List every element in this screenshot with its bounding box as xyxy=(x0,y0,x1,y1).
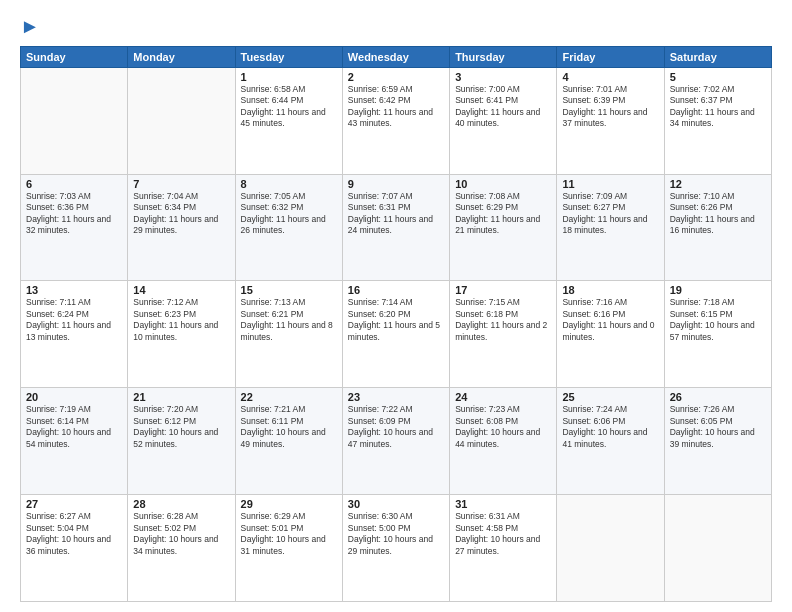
calendar-cell: 30Sunrise: 6:30 AM Sunset: 5:00 PM Dayli… xyxy=(342,495,449,602)
day-info: Sunrise: 7:20 AM Sunset: 6:12 PM Dayligh… xyxy=(133,404,229,450)
day-info: Sunrise: 7:13 AM Sunset: 6:21 PM Dayligh… xyxy=(241,297,337,343)
day-info: Sunrise: 7:26 AM Sunset: 6:05 PM Dayligh… xyxy=(670,404,766,450)
day-info: Sunrise: 7:09 AM Sunset: 6:27 PM Dayligh… xyxy=(562,191,658,237)
weekday-header-sunday: Sunday xyxy=(21,46,128,67)
day-info: Sunrise: 6:31 AM Sunset: 4:58 PM Dayligh… xyxy=(455,511,551,557)
weekday-header-saturday: Saturday xyxy=(664,46,771,67)
day-info: Sunrise: 7:01 AM Sunset: 6:39 PM Dayligh… xyxy=(562,84,658,130)
day-info: Sunrise: 7:23 AM Sunset: 6:08 PM Dayligh… xyxy=(455,404,551,450)
day-number: 19 xyxy=(670,284,766,296)
day-info: Sunrise: 7:24 AM Sunset: 6:06 PM Dayligh… xyxy=(562,404,658,450)
calendar-table: SundayMondayTuesdayWednesdayThursdayFrid… xyxy=(20,46,772,602)
calendar-week-3: 13Sunrise: 7:11 AM Sunset: 6:24 PM Dayli… xyxy=(21,281,772,388)
day-info: Sunrise: 7:15 AM Sunset: 6:18 PM Dayligh… xyxy=(455,297,551,343)
calendar-cell: 11Sunrise: 7:09 AM Sunset: 6:27 PM Dayli… xyxy=(557,174,664,281)
day-info: Sunrise: 6:59 AM Sunset: 6:42 PM Dayligh… xyxy=(348,84,444,130)
day-info: Sunrise: 7:05 AM Sunset: 6:32 PM Dayligh… xyxy=(241,191,337,237)
logo-icon: ► xyxy=(20,15,40,37)
day-info: Sunrise: 7:18 AM Sunset: 6:15 PM Dayligh… xyxy=(670,297,766,343)
day-info: Sunrise: 7:22 AM Sunset: 6:09 PM Dayligh… xyxy=(348,404,444,450)
day-number: 20 xyxy=(26,391,122,403)
page: ► SundayMondayTuesdayWednesdayThursdayFr… xyxy=(0,0,792,612)
day-number: 11 xyxy=(562,178,658,190)
calendar-cell: 3Sunrise: 7:00 AM Sunset: 6:41 PM Daylig… xyxy=(450,67,557,174)
calendar-cell: 18Sunrise: 7:16 AM Sunset: 6:16 PM Dayli… xyxy=(557,281,664,388)
day-number: 8 xyxy=(241,178,337,190)
calendar-cell: 17Sunrise: 7:15 AM Sunset: 6:18 PM Dayli… xyxy=(450,281,557,388)
day-number: 10 xyxy=(455,178,551,190)
calendar-cell: 2Sunrise: 6:59 AM Sunset: 6:42 PM Daylig… xyxy=(342,67,449,174)
header: ► xyxy=(20,15,772,38)
calendar-cell xyxy=(21,67,128,174)
day-number: 22 xyxy=(241,391,337,403)
day-number: 5 xyxy=(670,71,766,83)
weekday-header-thursday: Thursday xyxy=(450,46,557,67)
day-number: 23 xyxy=(348,391,444,403)
day-number: 9 xyxy=(348,178,444,190)
weekday-header-tuesday: Tuesday xyxy=(235,46,342,67)
calendar-week-1: 1Sunrise: 6:58 AM Sunset: 6:44 PM Daylig… xyxy=(21,67,772,174)
day-number: 30 xyxy=(348,498,444,510)
weekday-header-row: SundayMondayTuesdayWednesdayThursdayFrid… xyxy=(21,46,772,67)
day-info: Sunrise: 7:03 AM Sunset: 6:36 PM Dayligh… xyxy=(26,191,122,237)
calendar-cell: 8Sunrise: 7:05 AM Sunset: 6:32 PM Daylig… xyxy=(235,174,342,281)
calendar-cell: 15Sunrise: 7:13 AM Sunset: 6:21 PM Dayli… xyxy=(235,281,342,388)
calendar-cell: 23Sunrise: 7:22 AM Sunset: 6:09 PM Dayli… xyxy=(342,388,449,495)
day-number: 4 xyxy=(562,71,658,83)
weekday-header-friday: Friday xyxy=(557,46,664,67)
calendar-cell: 13Sunrise: 7:11 AM Sunset: 6:24 PM Dayli… xyxy=(21,281,128,388)
day-info: Sunrise: 7:19 AM Sunset: 6:14 PM Dayligh… xyxy=(26,404,122,450)
day-info: Sunrise: 7:04 AM Sunset: 6:34 PM Dayligh… xyxy=(133,191,229,237)
day-number: 27 xyxy=(26,498,122,510)
day-number: 3 xyxy=(455,71,551,83)
day-number: 26 xyxy=(670,391,766,403)
calendar-cell: 29Sunrise: 6:29 AM Sunset: 5:01 PM Dayli… xyxy=(235,495,342,602)
day-number: 24 xyxy=(455,391,551,403)
calendar-cell: 20Sunrise: 7:19 AM Sunset: 6:14 PM Dayli… xyxy=(21,388,128,495)
weekday-header-wednesday: Wednesday xyxy=(342,46,449,67)
day-info: Sunrise: 7:02 AM Sunset: 6:37 PM Dayligh… xyxy=(670,84,766,130)
day-info: Sunrise: 7:21 AM Sunset: 6:11 PM Dayligh… xyxy=(241,404,337,450)
day-number: 16 xyxy=(348,284,444,296)
day-info: Sunrise: 6:58 AM Sunset: 6:44 PM Dayligh… xyxy=(241,84,337,130)
calendar-week-2: 6Sunrise: 7:03 AM Sunset: 6:36 PM Daylig… xyxy=(21,174,772,281)
day-number: 28 xyxy=(133,498,229,510)
day-info: Sunrise: 6:27 AM Sunset: 5:04 PM Dayligh… xyxy=(26,511,122,557)
calendar-cell: 10Sunrise: 7:08 AM Sunset: 6:29 PM Dayli… xyxy=(450,174,557,281)
calendar-cell: 24Sunrise: 7:23 AM Sunset: 6:08 PM Dayli… xyxy=(450,388,557,495)
calendar-cell xyxy=(664,495,771,602)
day-number: 15 xyxy=(241,284,337,296)
calendar-cell: 27Sunrise: 6:27 AM Sunset: 5:04 PM Dayli… xyxy=(21,495,128,602)
calendar-cell: 16Sunrise: 7:14 AM Sunset: 6:20 PM Dayli… xyxy=(342,281,449,388)
calendar-cell: 25Sunrise: 7:24 AM Sunset: 6:06 PM Dayli… xyxy=(557,388,664,495)
weekday-header-monday: Monday xyxy=(128,46,235,67)
calendar-cell: 21Sunrise: 7:20 AM Sunset: 6:12 PM Dayli… xyxy=(128,388,235,495)
day-number: 17 xyxy=(455,284,551,296)
calendar-cell: 14Sunrise: 7:12 AM Sunset: 6:23 PM Dayli… xyxy=(128,281,235,388)
day-info: Sunrise: 7:12 AM Sunset: 6:23 PM Dayligh… xyxy=(133,297,229,343)
calendar-cell: 7Sunrise: 7:04 AM Sunset: 6:34 PM Daylig… xyxy=(128,174,235,281)
calendar-cell: 26Sunrise: 7:26 AM Sunset: 6:05 PM Dayli… xyxy=(664,388,771,495)
day-info: Sunrise: 7:07 AM Sunset: 6:31 PM Dayligh… xyxy=(348,191,444,237)
day-info: Sunrise: 7:16 AM Sunset: 6:16 PM Dayligh… xyxy=(562,297,658,343)
calendar-cell: 9Sunrise: 7:07 AM Sunset: 6:31 PM Daylig… xyxy=(342,174,449,281)
day-number: 6 xyxy=(26,178,122,190)
day-number: 12 xyxy=(670,178,766,190)
day-info: Sunrise: 7:14 AM Sunset: 6:20 PM Dayligh… xyxy=(348,297,444,343)
day-info: Sunrise: 7:00 AM Sunset: 6:41 PM Dayligh… xyxy=(455,84,551,130)
day-number: 7 xyxy=(133,178,229,190)
day-info: Sunrise: 7:10 AM Sunset: 6:26 PM Dayligh… xyxy=(670,191,766,237)
calendar-cell: 19Sunrise: 7:18 AM Sunset: 6:15 PM Dayli… xyxy=(664,281,771,388)
calendar-cell xyxy=(557,495,664,602)
day-number: 1 xyxy=(241,71,337,83)
logo: ► xyxy=(20,15,40,38)
day-number: 13 xyxy=(26,284,122,296)
calendar-cell: 12Sunrise: 7:10 AM Sunset: 6:26 PM Dayli… xyxy=(664,174,771,281)
day-number: 2 xyxy=(348,71,444,83)
day-number: 21 xyxy=(133,391,229,403)
day-info: Sunrise: 7:08 AM Sunset: 6:29 PM Dayligh… xyxy=(455,191,551,237)
day-info: Sunrise: 7:11 AM Sunset: 6:24 PM Dayligh… xyxy=(26,297,122,343)
calendar-cell: 28Sunrise: 6:28 AM Sunset: 5:02 PM Dayli… xyxy=(128,495,235,602)
day-number: 14 xyxy=(133,284,229,296)
calendar-week-5: 27Sunrise: 6:27 AM Sunset: 5:04 PM Dayli… xyxy=(21,495,772,602)
